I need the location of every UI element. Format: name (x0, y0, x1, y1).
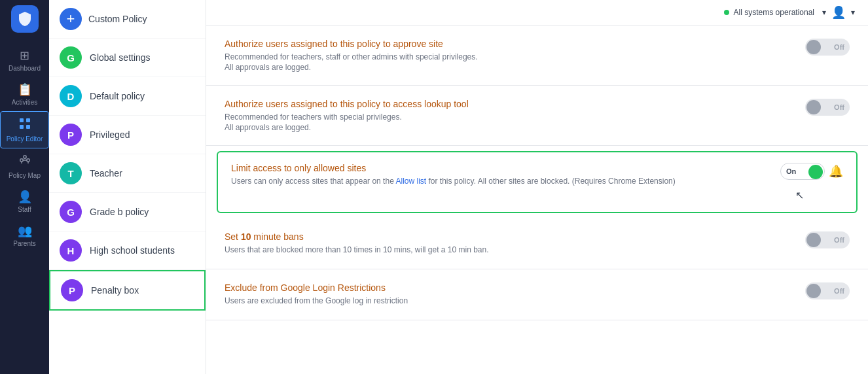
nav-policy-map[interactable]: Policy Map (0, 148, 49, 184)
parents-icon: 👥 (18, 224, 32, 238)
policy-item-teacher[interactable]: T Teacher (49, 154, 206, 193)
bell-icon[interactable]: 🔔 (829, 164, 843, 178)
setting-text-bans: Set 10 minute bans Users that are blocke… (225, 231, 795, 256)
toggle-label-limit-on: On (786, 167, 796, 175)
setting-desc-bans: Users that are blocked more than 10 time… (225, 245, 795, 256)
toggle-container-lookup: Off (805, 99, 850, 116)
setting-note-lookup-1: All approvals are logged. (225, 123, 795, 132)
setting-text-approve: Authorize users assigned to this policy … (225, 39, 795, 72)
policy-avatar-privileged: P (60, 124, 82, 146)
toggle-container-limit: On 🔔 (780, 163, 843, 180)
policy-avatar-global: G (60, 46, 82, 69)
setting-text-lookup: Authorize users assigned to this policy … (225, 99, 795, 132)
policy-avatar-gradeb: G (60, 201, 82, 223)
policy-item-penaltybox[interactable]: P Penalty box (49, 270, 206, 311)
policy-item-default[interactable]: D Default policy (49, 77, 206, 116)
svg-rect-6 (24, 156, 26, 158)
toggle-bans[interactable]: Off (805, 231, 850, 248)
toggle-knob-approve (806, 40, 821, 54)
user-chevron-icon[interactable]: ▾ (851, 8, 855, 17)
toggle-label-bans: Off (834, 236, 844, 244)
toggle-lookup[interactable]: Off (805, 99, 850, 116)
toggle-label-google: Off (834, 287, 844, 295)
toggle-google[interactable]: Off (805, 282, 850, 299)
staff-icon: 👤 (18, 190, 32, 204)
policy-item-highschool[interactable]: H High school students (49, 231, 206, 270)
svg-rect-2 (20, 125, 24, 129)
setting-minute-bans: Set 10 minute bans Users that are blocke… (206, 218, 868, 269)
nav-activities[interactable]: 📋 Activities (0, 77, 49, 111)
setting-title-lookup: Authorize users assigned to this policy … (225, 99, 795, 109)
setting-title-approve: Authorize users assigned to this policy … (225, 39, 795, 49)
svg-rect-4 (20, 159, 23, 162)
svg-rect-3 (26, 125, 30, 129)
setting-desc-limit: Users can only access sites that appear … (231, 176, 770, 187)
status-indicator: All systems operational (724, 8, 814, 17)
allow-list-link[interactable]: Allow list (395, 177, 426, 186)
nav-activities-label: Activities (12, 99, 37, 106)
status-text: All systems operational (734, 8, 814, 17)
setting-note-approve-1: All approvals are logged. (225, 63, 795, 72)
policy-penaltybox-label: Penalty box (91, 285, 139, 296)
svg-rect-0 (20, 118, 24, 122)
policy-item-custom[interactable]: + Custom Policy (49, 0, 206, 39)
add-policy-icon: + (60, 8, 82, 30)
policy-global-label: Global settings (90, 52, 151, 63)
setting-desc-lookup-1: Recommended for teachers with special pr… (225, 112, 795, 123)
toggle-label-approve: Off (834, 43, 844, 51)
top-bar: All systems operational ▾ 👤 ▾ (206, 0, 868, 26)
setting-title-google: Exclude from Google Login Restrictions (225, 282, 795, 293)
app-logo (11, 5, 39, 33)
setting-limit-access: Limit access to only allowed sites Users… (217, 151, 858, 214)
toggle-container-approve: Off (805, 39, 850, 56)
setting-row-approve: Authorize users assigned to this policy … (225, 39, 850, 72)
setting-desc-approve-1: Recommended for teachers, staff or other… (225, 52, 795, 63)
user-icon[interactable]: 👤 (831, 5, 846, 20)
dashboard-icon: ⊞ (20, 48, 29, 63)
toggle-knob-google (806, 284, 821, 298)
nav-parents[interactable]: 👥 Parents (0, 218, 49, 252)
nav-dashboard[interactable]: ⊞ Dashboard (0, 43, 49, 77)
policy-teacher-label: Teacher (90, 168, 122, 178)
nav-staff[interactable]: 👤 Staff (0, 184, 49, 218)
policy-privileged-label: Privileged (90, 129, 130, 140)
chevron-down-icon[interactable]: ▾ (822, 8, 826, 17)
policy-avatar-teacher: T (60, 162, 82, 184)
svg-rect-5 (27, 159, 29, 162)
nav-policy-editor[interactable]: Policy Editor (0, 111, 49, 148)
main-content: All systems operational ▾ 👤 ▾ Authorize … (206, 0, 868, 374)
activities-icon: 📋 (18, 82, 32, 97)
cursor-area: ↖ (231, 189, 843, 201)
setting-google-login: Exclude from Google Login Restrictions U… (206, 269, 868, 320)
left-nav: ⊞ Dashboard 📋 Activities Policy Editor (0, 0, 49, 374)
policy-item-global[interactable]: G Global settings (49, 39, 206, 77)
policy-avatar-default: D (60, 85, 82, 107)
setting-row-bans: Set 10 minute bans Users that are blocke… (225, 231, 850, 256)
nav-staff-label: Staff (18, 206, 31, 213)
setting-text-google: Exclude from Google Login Restrictions U… (225, 282, 795, 307)
policy-map-icon (18, 154, 31, 170)
nav-parents-label: Parents (13, 240, 35, 247)
policy-avatar-highschool: H (60, 239, 82, 262)
setting-row-limit: Limit access to only allowed sites Users… (231, 163, 843, 187)
policy-default-label: Default policy (90, 91, 145, 101)
setting-text-limit: Limit access to only allowed sites Users… (231, 163, 770, 187)
setting-row-google: Exclude from Google Login Restrictions U… (225, 282, 850, 307)
toggle-approve[interactable]: Off (805, 39, 850, 56)
setting-limit-access-wrapper: Limit access to only allowed sites Users… (206, 146, 868, 219)
bans-number: 10 (241, 231, 251, 242)
setting-row-lookup: Authorize users assigned to this policy … (225, 99, 850, 132)
nav-policy-editor-label: Policy Editor (7, 135, 43, 143)
toggle-label-lookup: Off (834, 103, 844, 111)
toggle-limit[interactable]: On (780, 163, 825, 180)
setting-title-bans: Set 10 minute bans (225, 231, 795, 242)
policy-sidebar: + Custom Policy G Global settings D Defa… (49, 0, 206, 374)
policy-item-privileged[interactable]: P Privileged (49, 116, 206, 154)
toggle-knob-bans (806, 233, 821, 247)
policy-avatar-penaltybox: P (61, 279, 83, 301)
top-bar-actions: ▾ 👤 ▾ (822, 5, 855, 20)
setting-title-limit: Limit access to only allowed sites (231, 163, 770, 173)
policy-gradeb-label: Grade b policy (90, 207, 149, 217)
policy-item-gradeb[interactable]: G Grade b policy (49, 193, 206, 231)
status-dot-icon (724, 10, 729, 15)
